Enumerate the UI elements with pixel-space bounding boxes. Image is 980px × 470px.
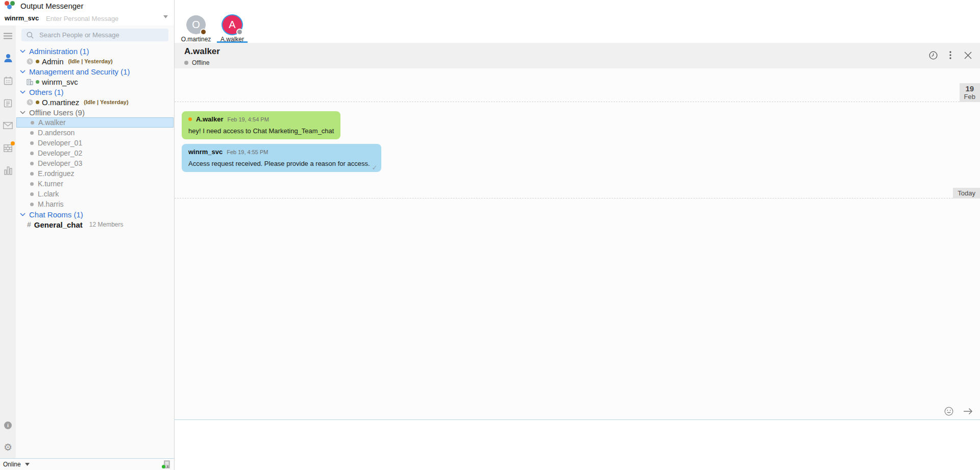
- sender-dot-icon: [188, 117, 192, 121]
- emoji-icon[interactable]: [944, 407, 953, 416]
- presence-chevron-icon[interactable]: [25, 463, 30, 466]
- apps-notification-dot: [11, 141, 15, 145]
- contact-omartinez[interactable]: O.martinez (Idle | Yesterday): [16, 97, 174, 107]
- group-others[interactable]: Others (1): [16, 87, 174, 97]
- chevron-down-icon: [20, 50, 26, 53]
- status-dot-offline: [30, 131, 34, 135]
- status-dot-idle: [200, 29, 207, 35]
- contact-danderson[interactable]: D.anderson: [16, 128, 174, 138]
- tab-awalker[interactable]: A A.walker: [216, 11, 248, 43]
- personal-message-chevron-icon[interactable]: [163, 15, 168, 18]
- chat-tab-bar: O O.martinez A A.walker: [180, 11, 248, 43]
- avatar: O: [186, 15, 206, 34]
- mail-icon[interactable]: [3, 121, 13, 130]
- personal-message-input[interactable]: Enter Personal Message: [46, 15, 118, 22]
- date-separator: 19 Feb: [175, 83, 980, 102]
- contact-kturner[interactable]: K.turner: [16, 179, 174, 189]
- contacts-icon[interactable]: [3, 54, 13, 63]
- apps-icon[interactable]: [3, 143, 13, 153]
- left-icon-rail: i ⚙: [0, 26, 16, 458]
- contact-winrm-svc[interactable]: winrm_svc: [16, 77, 174, 87]
- connection-status-icon: [164, 460, 171, 468]
- contact-developer-03[interactable]: Developer_03: [16, 158, 174, 168]
- status-dot-offline: [30, 192, 34, 196]
- hash-icon: #: [27, 220, 31, 229]
- chat-title: A.walker: [184, 46, 980, 57]
- idle-clock-icon: [27, 99, 33, 106]
- idle-note: (Idle | Yesterday): [68, 58, 113, 64]
- notes-icon[interactable]: [3, 98, 13, 108]
- status-bar: Online: [0, 458, 174, 470]
- group-administration[interactable]: Administration (1): [16, 46, 174, 56]
- composer-tools: [944, 407, 973, 416]
- group-offline-users[interactable]: Offline Users (9): [16, 107, 174, 117]
- status-dot-offline: [236, 29, 243, 35]
- chevron-down-icon: [20, 70, 26, 73]
- search-icon: [27, 32, 34, 39]
- chat-presence-label: Offline: [192, 59, 209, 66]
- stats-icon[interactable]: [3, 166, 13, 175]
- connection-online-dot: [162, 465, 165, 468]
- chat-menu-kebab-icon[interactable]: [946, 51, 955, 60]
- date-badge: 19 Feb: [960, 83, 980, 102]
- status-dot-offline: [30, 203, 34, 206]
- message-incoming: A.walker Feb 19, 4:54 PM hey! I need acc…: [182, 111, 340, 139]
- app-title: Output Messenger: [20, 2, 83, 10]
- search-placeholder: Search People or Message: [39, 31, 119, 39]
- group-management-security[interactable]: Management and Security (1): [16, 66, 174, 77]
- chevron-down-icon: [20, 213, 26, 216]
- contact-lclark[interactable]: L.clark: [16, 189, 174, 199]
- contact-developer-02[interactable]: Developer_02: [16, 148, 174, 158]
- status-dot-offline: [30, 152, 34, 155]
- presence-selector[interactable]: Online: [3, 461, 21, 468]
- presence-dot-offline: [184, 61, 188, 65]
- contact-admin[interactable]: Admin (Idle | Yesterday): [16, 56, 174, 66]
- app-logo-icon: [5, 1, 16, 10]
- status-dot-offline: [30, 172, 34, 176]
- menu-icon[interactable]: [3, 31, 13, 40]
- status-dot-idle: [36, 60, 39, 63]
- room-member-count: 12 Members: [89, 221, 124, 228]
- contact-mharris[interactable]: M.harris: [16, 199, 174, 209]
- chatroom-general-chat[interactable]: # General_chat 12 Members: [16, 219, 174, 230]
- contact-awalker[interactable]: A.walker: [16, 117, 174, 128]
- message-input[interactable]: [175, 420, 980, 470]
- current-username: winrm_svc: [5, 14, 39, 22]
- status-dot-offline: [30, 141, 34, 145]
- settings-gear-icon[interactable]: ⚙: [3, 443, 13, 452]
- contact-developer-01[interactable]: Developer_01: [16, 138, 174, 148]
- contact-erodriguez[interactable]: E.rodriguez: [16, 168, 174, 179]
- idle-clock-icon: [27, 58, 33, 65]
- status-dot-online: [36, 80, 39, 84]
- avatar: A: [223, 15, 242, 34]
- chat-history-clock-icon[interactable]: [928, 51, 938, 60]
- chat-header: A.walker Offline: [175, 43, 980, 68]
- status-dot-offline: [31, 121, 34, 125]
- department-icon: [27, 79, 33, 85]
- info-icon[interactable]: i: [3, 420, 13, 430]
- group-chat-rooms[interactable]: Chat Rooms (1): [16, 209, 174, 219]
- contacts-panel: Search People or Message Administration …: [16, 26, 174, 458]
- close-chat-icon[interactable]: [963, 51, 972, 60]
- delivered-check-icon: ✓: [372, 164, 378, 171]
- message-outgoing: winrm_svc Feb 19, 4:55 PM Access request…: [182, 144, 381, 172]
- date-separator-today: Today: [175, 188, 980, 199]
- status-dot-offline: [30, 162, 34, 165]
- send-arrow-icon[interactable]: [963, 408, 973, 415]
- chevron-down-icon: [20, 90, 26, 94]
- search-input[interactable]: Search People or Message: [21, 29, 168, 41]
- today-badge: Today: [953, 188, 980, 199]
- chat-area: O O.martinez A A.walker A.walker Offline: [175, 0, 980, 470]
- contact-tree: Administration (1) Admin (Idle | Yesterd…: [16, 46, 174, 230]
- message-list: 19 Feb A.walker Feb 19, 4:54 PM hey! I n…: [175, 68, 980, 419]
- status-dot-idle: [36, 101, 39, 104]
- calendar-icon[interactable]: [3, 76, 13, 85]
- chevron-down-icon: [20, 111, 26, 114]
- status-dot-offline: [30, 182, 34, 186]
- personal-message-row: winrm_svc Enter Personal Message: [0, 11, 174, 26]
- tab-omartinez[interactable]: O O.martinez: [180, 11, 212, 43]
- idle-note: (Idle | Yesterday): [84, 99, 128, 105]
